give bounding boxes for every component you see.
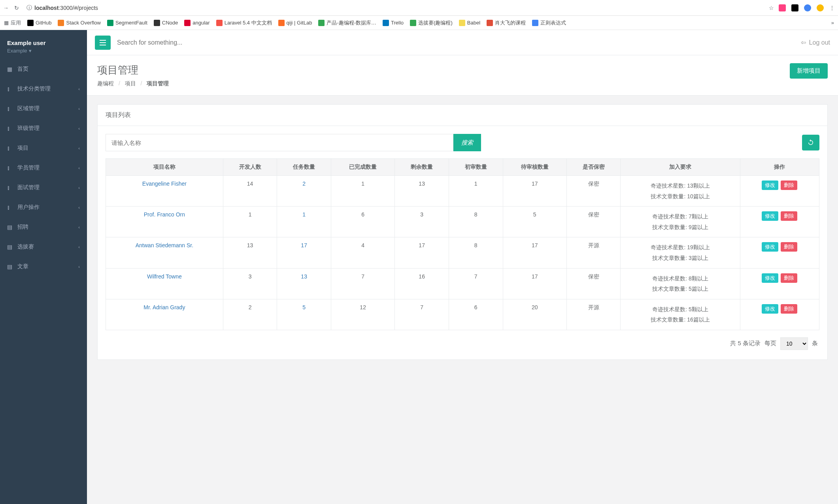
bookmark-item[interactable]: 正则表达式 <box>532 19 566 26</box>
cell-done: 7 <box>331 268 394 299</box>
ext-icon-2[interactable] <box>791 4 798 11</box>
page-size-select[interactable]: 10 <box>780 337 808 350</box>
delete-button[interactable]: 删除 <box>781 242 797 252</box>
nav-label: 项目 <box>17 145 28 152</box>
star-icon[interactable]: ☆ <box>769 5 774 11</box>
browser-omnibox[interactable]: ⓘ localhost:3000/#/projects <box>24 2 764 13</box>
bookmark-item[interactable]: Stack Overflow <box>58 20 100 26</box>
nav-icon: ⫿ <box>7 86 13 92</box>
nav-icon: ▤ <box>7 224 13 230</box>
nav-label: 班级管理 <box>17 125 40 132</box>
add-project-button[interactable]: 新增项目 <box>790 63 828 79</box>
bookmarks-overflow-icon[interactable]: » <box>831 20 834 26</box>
pagination: 共 5 条记录 每页 10 条 <box>106 330 819 352</box>
bookmark-item[interactable]: SegmentFault <box>107 20 147 26</box>
sidebar-item[interactable]: ▤文章‹ <box>0 257 87 276</box>
search-button[interactable]: 搜索 <box>453 134 481 151</box>
delete-button[interactable]: 删除 <box>781 211 797 221</box>
cell-pending: 20 <box>503 299 566 330</box>
edit-button[interactable]: 修改 <box>762 242 778 252</box>
breadcrumb-item[interactable]: 趣编程 <box>97 80 114 87</box>
bookmark-item[interactable]: Trello <box>383 20 404 26</box>
name-search-input[interactable] <box>106 134 453 151</box>
sidebar-item[interactable]: ⫿项目‹ <box>0 138 87 158</box>
panel-title: 项目列表 <box>98 105 827 126</box>
cell-first: 1 <box>449 176 503 207</box>
bookmark-item[interactable]: 选拔赛(趣编程) <box>410 19 453 26</box>
sidebar-item[interactable]: ⫿用户操作‹ <box>0 197 87 217</box>
browser-forward-icon[interactable]: → <box>3 5 9 11</box>
project-name-link[interactable]: Mr. Adrian Grady <box>143 304 185 310</box>
sidebar-toggle-button[interactable] <box>95 36 111 50</box>
delete-button[interactable]: 删除 <box>781 181 797 190</box>
sidebar-item[interactable]: ▤招聘‹ <box>0 217 87 237</box>
nav-label: 文章 <box>17 263 28 270</box>
nav-icon: ⫿ <box>7 184 13 191</box>
cell-req: 奇迹技术星数: 19颗以上技术文章数量: 3篇以上 <box>621 237 740 268</box>
info-icon: ⓘ <box>26 4 32 11</box>
sidebar-item[interactable]: ▤选拔赛‹ <box>0 237 87 257</box>
global-search-input[interactable] <box>117 39 236 46</box>
edit-button[interactable]: 修改 <box>762 304 778 314</box>
bookmark-item[interactable]: Laravel 5.4 中文文档 <box>216 19 272 26</box>
project-list-panel: 项目列表 搜索 项目名称开发人数任务数量已完成数量剩余数量初审数量待审核数量是否… <box>97 104 828 360</box>
bookmark-item[interactable]: qiji | GitLab <box>278 20 312 26</box>
chevron-left-icon: ‹ <box>78 185 80 190</box>
project-name-link[interactable]: Evangeline Fisher <box>142 181 187 187</box>
delete-button[interactable]: 删除 <box>781 304 797 314</box>
browser-menu-icon[interactable]: ⋮ <box>829 5 835 11</box>
ext-icon-3[interactable] <box>804 4 811 11</box>
column-header: 是否保密 <box>566 159 621 176</box>
chevron-left-icon: ‹ <box>78 264 80 269</box>
cell-pending: 17 <box>503 268 566 299</box>
sidebar-item[interactable]: ⫿班级管理‹ <box>0 118 87 138</box>
breadcrumb-item[interactable]: 项目 <box>125 80 136 87</box>
tasks-link[interactable]: 1 <box>302 211 306 218</box>
browser-reload-icon[interactable]: ↻ <box>14 5 19 11</box>
sidebar-item[interactable]: ⫿面试管理‹ <box>0 178 87 197</box>
sidebar-item[interactable]: ⫿区域管理‹ <box>0 99 87 118</box>
project-name-link[interactable]: Prof. Franco Orn <box>144 211 185 218</box>
cell-first: 7 <box>449 268 503 299</box>
bookmark-item[interactable]: 产品-趣编程-数据库… <box>318 19 376 26</box>
column-header: 已完成数量 <box>331 159 394 176</box>
project-name-link[interactable]: Antwan Stiedemann Sr. <box>136 242 193 248</box>
tasks-link[interactable]: 13 <box>301 273 307 280</box>
cell-pending: 17 <box>503 237 566 268</box>
logout-link[interactable]: ⇦ Log out <box>801 39 830 46</box>
per-page-suffix: 条 <box>812 340 818 347</box>
cell-secret: 保密 <box>566 268 621 299</box>
table-row: Antwan Stiedemann Sr.1317417817开源奇迹技术星数:… <box>106 237 819 268</box>
sidebar-item[interactable]: ⫿学员管理‹ <box>0 158 87 178</box>
bookmark-item[interactable]: Babel <box>459 20 480 26</box>
bookmark-item[interactable]: angular <box>184 20 210 26</box>
cell-done: 6 <box>331 207 394 237</box>
nav-label: 招聘 <box>17 224 28 231</box>
tasks-link[interactable]: 5 <box>302 304 306 310</box>
edit-button[interactable]: 修改 <box>762 181 778 190</box>
bookmark-item[interactable]: CNode <box>154 20 178 26</box>
delete-button[interactable]: 删除 <box>781 273 797 283</box>
tasks-link[interactable]: 2 <box>302 181 306 187</box>
sidebar-item[interactable]: ⫿技术分类管理‹ <box>0 79 87 99</box>
edit-button[interactable]: 修改 <box>762 211 778 221</box>
edit-button[interactable]: 修改 <box>762 273 778 283</box>
project-name-link[interactable]: Wilfred Towne <box>147 273 182 280</box>
cell-done: 12 <box>331 299 394 330</box>
sidebar: Example user Example ▾ ▦首页⫿技术分类管理‹⫿区域管理‹… <box>0 30 87 504</box>
cell-first: 8 <box>449 207 503 237</box>
apps-icon[interactable]: ▦ 应用 <box>4 19 21 26</box>
sidebar-item[interactable]: ▦首页 <box>0 59 87 79</box>
nav-icon: ▤ <box>7 244 13 250</box>
bookmark-item[interactable]: 肖大飞的课程 <box>487 19 526 26</box>
nav-label: 学员管理 <box>17 164 40 171</box>
bookmark-item[interactable]: GitHub <box>27 20 51 26</box>
sidebar-user[interactable]: Example user Example ▾ <box>0 30 87 59</box>
ext-icon-4[interactable] <box>817 4 824 11</box>
column-header: 操作 <box>740 159 819 176</box>
tasks-link[interactable]: 17 <box>301 242 307 248</box>
page-heading: 项目管理 趣编程 / 项目 / 项目管理 新增项目 <box>87 55 838 96</box>
ext-icon-1[interactable] <box>779 4 786 11</box>
reload-button[interactable] <box>802 135 819 150</box>
chevron-left-icon: ‹ <box>78 225 80 229</box>
